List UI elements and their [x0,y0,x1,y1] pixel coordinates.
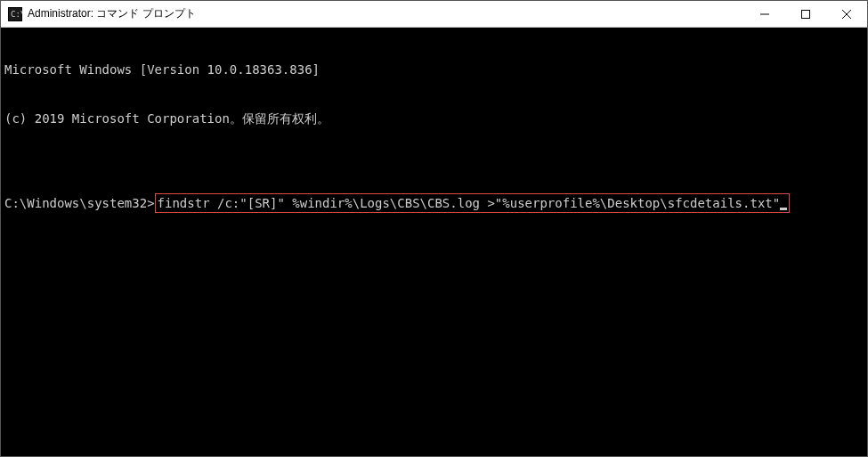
prompt-line: C:\Windows\system32>findstr /c:"[SR]" %w… [4,193,864,213]
terminal-area[interactable]: Microsoft Windows [Version 10.0.18363.83… [1,28,867,456]
command-text: findstr /c:"[SR]" %windir%\Logs\CBS\CBS.… [158,196,781,210]
command-prompt-window: C:\ Administrator: コマンド プロンプト [0,0,868,457]
svg-text:C:\: C:\ [11,10,22,19]
cursor [780,208,787,210]
svg-rect-4 [802,10,810,18]
terminal-output-line: Microsoft Windows [Version 10.0.18363.83… [4,61,864,78]
titlebar[interactable]: C:\ Administrator: コマンド プロンプト [1,1,867,28]
close-button[interactable] [826,1,867,27]
command-highlight-box: findstr /c:"[SR]" %windir%\Logs\CBS\CBS.… [155,193,791,213]
window-title: Administrator: コマンド プロンプト [28,6,744,21]
prompt-text: C:\Windows\system32> [4,195,155,211]
maximize-button[interactable] [785,1,826,27]
window-controls [744,1,867,27]
terminal-output-line: (c) 2019 Microsoft Corporation。保留所有权利。 [4,110,864,126]
minimize-button[interactable] [744,1,785,27]
cmd-icon: C:\ [8,7,22,21]
